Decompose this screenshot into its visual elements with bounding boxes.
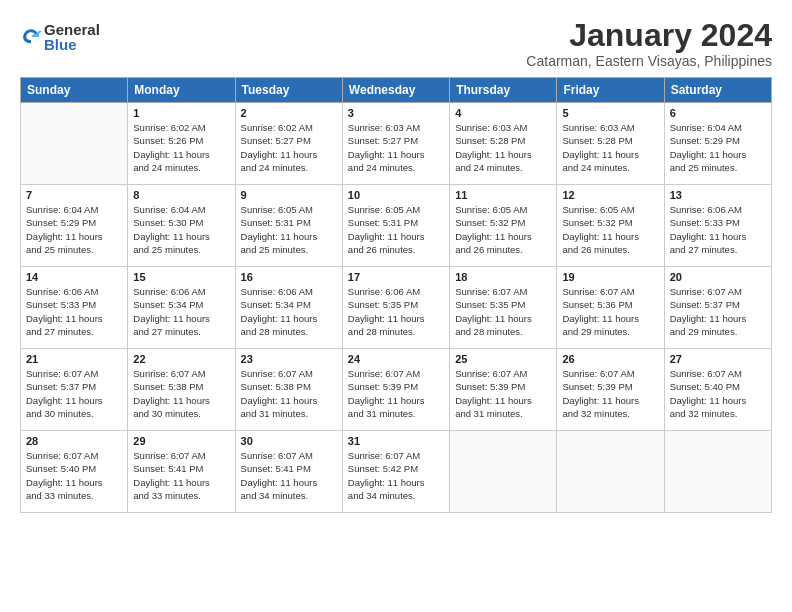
- day-info: Sunrise: 6:07 AMSunset: 5:38 PMDaylight:…: [133, 367, 229, 420]
- calendar-cell-5-3: 30Sunrise: 6:07 AMSunset: 5:41 PMDayligh…: [235, 431, 342, 513]
- header: General Blue January 2024 Catarman, East…: [20, 18, 772, 69]
- day-info: Sunrise: 6:07 AMSunset: 5:37 PMDaylight:…: [670, 285, 766, 338]
- header-sunday: Sunday: [21, 78, 128, 103]
- day-number: 11: [455, 189, 551, 201]
- day-number: 7: [26, 189, 122, 201]
- day-info-line: Sunrise: 6:06 AM: [133, 285, 229, 298]
- day-number: 28: [26, 435, 122, 447]
- day-info-line: and 25 minutes.: [133, 243, 229, 256]
- day-info-line: Sunset: 5:40 PM: [26, 462, 122, 475]
- day-info-line: and 27 minutes.: [133, 325, 229, 338]
- calendar-cell-3-6: 19Sunrise: 6:07 AMSunset: 5:36 PMDayligh…: [557, 267, 664, 349]
- day-info-line: and 28 minutes.: [348, 325, 444, 338]
- day-info-line: Daylight: 11 hours: [455, 394, 551, 407]
- day-info-line: Sunrise: 6:05 AM: [455, 203, 551, 216]
- day-number: 10: [348, 189, 444, 201]
- calendar-cell-5-1: 28Sunrise: 6:07 AMSunset: 5:40 PMDayligh…: [21, 431, 128, 513]
- day-info-line: Daylight: 11 hours: [562, 230, 658, 243]
- day-number: 3: [348, 107, 444, 119]
- day-info-line: Sunset: 5:33 PM: [26, 298, 122, 311]
- header-saturday: Saturday: [664, 78, 771, 103]
- day-info-line: Sunset: 5:34 PM: [241, 298, 337, 311]
- day-number: 8: [133, 189, 229, 201]
- calendar-cell-3-3: 16Sunrise: 6:06 AMSunset: 5:34 PMDayligh…: [235, 267, 342, 349]
- week-row-5: 28Sunrise: 6:07 AMSunset: 5:40 PMDayligh…: [21, 431, 772, 513]
- title-block: January 2024 Catarman, Eastern Visayas, …: [526, 18, 772, 69]
- day-info-line: Sunset: 5:35 PM: [455, 298, 551, 311]
- week-row-2: 7Sunrise: 6:04 AMSunset: 5:29 PMDaylight…: [21, 185, 772, 267]
- day-info-line: Sunset: 5:37 PM: [670, 298, 766, 311]
- day-number: 2: [241, 107, 337, 119]
- day-info-line: Daylight: 11 hours: [455, 230, 551, 243]
- day-info: Sunrise: 6:05 AMSunset: 5:31 PMDaylight:…: [348, 203, 444, 256]
- calendar-cell-3-1: 14Sunrise: 6:06 AMSunset: 5:33 PMDayligh…: [21, 267, 128, 349]
- day-info-line: Daylight: 11 hours: [241, 312, 337, 325]
- day-info-line: and 29 minutes.: [562, 325, 658, 338]
- day-info: Sunrise: 6:04 AMSunset: 5:29 PMDaylight:…: [670, 121, 766, 174]
- day-number: 12: [562, 189, 658, 201]
- day-info-line: Daylight: 11 hours: [348, 230, 444, 243]
- calendar-cell-5-7: [664, 431, 771, 513]
- day-info-line: Sunrise: 6:07 AM: [241, 449, 337, 462]
- calendar-cell-1-3: 2Sunrise: 6:02 AMSunset: 5:27 PMDaylight…: [235, 103, 342, 185]
- calendar-cell-3-4: 17Sunrise: 6:06 AMSunset: 5:35 PMDayligh…: [342, 267, 449, 349]
- day-info-line: Sunrise: 6:04 AM: [26, 203, 122, 216]
- day-number: 16: [241, 271, 337, 283]
- calendar-cell-4-7: 27Sunrise: 6:07 AMSunset: 5:40 PMDayligh…: [664, 349, 771, 431]
- day-info-line: Sunset: 5:26 PM: [133, 134, 229, 147]
- day-info-line: Sunset: 5:36 PM: [562, 298, 658, 311]
- day-info-line: Sunrise: 6:07 AM: [133, 367, 229, 380]
- day-info: Sunrise: 6:07 AMSunset: 5:38 PMDaylight:…: [241, 367, 337, 420]
- day-info-line: Sunrise: 6:07 AM: [26, 367, 122, 380]
- day-info: Sunrise: 6:06 AMSunset: 5:35 PMDaylight:…: [348, 285, 444, 338]
- day-info: Sunrise: 6:07 AMSunset: 5:42 PMDaylight:…: [348, 449, 444, 502]
- calendar-cell-5-5: [450, 431, 557, 513]
- day-info-line: Sunrise: 6:07 AM: [455, 285, 551, 298]
- page: General Blue January 2024 Catarman, East…: [0, 0, 792, 612]
- day-info-line: Sunset: 5:38 PM: [133, 380, 229, 393]
- day-info: Sunrise: 6:02 AMSunset: 5:26 PMDaylight:…: [133, 121, 229, 174]
- day-info: Sunrise: 6:03 AMSunset: 5:27 PMDaylight:…: [348, 121, 444, 174]
- day-info-line: Sunset: 5:42 PM: [348, 462, 444, 475]
- day-info-line: Daylight: 11 hours: [670, 312, 766, 325]
- day-info-line: Sunset: 5:29 PM: [670, 134, 766, 147]
- day-info-line: and 34 minutes.: [241, 489, 337, 502]
- day-number: 29: [133, 435, 229, 447]
- day-info-line: Sunset: 5:31 PM: [348, 216, 444, 229]
- day-info-line: Sunrise: 6:04 AM: [670, 121, 766, 134]
- day-info-line: Daylight: 11 hours: [133, 230, 229, 243]
- day-info-line: and 33 minutes.: [133, 489, 229, 502]
- day-info-line: Sunrise: 6:07 AM: [562, 367, 658, 380]
- day-info-line: and 24 minutes.: [348, 161, 444, 174]
- day-info: Sunrise: 6:07 AMSunset: 5:37 PMDaylight:…: [26, 367, 122, 420]
- day-info-line: Sunset: 5:32 PM: [562, 216, 658, 229]
- day-info-line: Sunrise: 6:06 AM: [26, 285, 122, 298]
- day-info-line: Sunrise: 6:03 AM: [562, 121, 658, 134]
- calendar-cell-1-4: 3Sunrise: 6:03 AMSunset: 5:27 PMDaylight…: [342, 103, 449, 185]
- calendar-cell-5-2: 29Sunrise: 6:07 AMSunset: 5:41 PMDayligh…: [128, 431, 235, 513]
- day-info-line: Daylight: 11 hours: [670, 394, 766, 407]
- day-info-line: Daylight: 11 hours: [670, 230, 766, 243]
- calendar-cell-3-5: 18Sunrise: 6:07 AMSunset: 5:35 PMDayligh…: [450, 267, 557, 349]
- day-info-line: Sunrise: 6:07 AM: [133, 449, 229, 462]
- day-info-line: and 32 minutes.: [670, 407, 766, 420]
- day-info: Sunrise: 6:07 AMSunset: 5:40 PMDaylight:…: [26, 449, 122, 502]
- day-number: 30: [241, 435, 337, 447]
- day-info-line: and 28 minutes.: [241, 325, 337, 338]
- day-info-line: Daylight: 11 hours: [26, 394, 122, 407]
- day-info-line: Daylight: 11 hours: [133, 394, 229, 407]
- day-info-line: Sunset: 5:27 PM: [241, 134, 337, 147]
- day-info-line: Sunrise: 6:07 AM: [241, 367, 337, 380]
- day-info-line: Daylight: 11 hours: [241, 394, 337, 407]
- day-info-line: and 25 minutes.: [670, 161, 766, 174]
- location: Catarman, Eastern Visayas, Philippines: [526, 53, 772, 69]
- day-info-line: and 31 minutes.: [241, 407, 337, 420]
- day-info-line: Daylight: 11 hours: [348, 476, 444, 489]
- day-info-line: and 27 minutes.: [670, 243, 766, 256]
- day-number: 18: [455, 271, 551, 283]
- calendar-cell-3-7: 20Sunrise: 6:07 AMSunset: 5:37 PMDayligh…: [664, 267, 771, 349]
- day-info: Sunrise: 6:03 AMSunset: 5:28 PMDaylight:…: [455, 121, 551, 174]
- day-number: 15: [133, 271, 229, 283]
- day-info-line: Daylight: 11 hours: [562, 148, 658, 161]
- day-info-line: Daylight: 11 hours: [455, 312, 551, 325]
